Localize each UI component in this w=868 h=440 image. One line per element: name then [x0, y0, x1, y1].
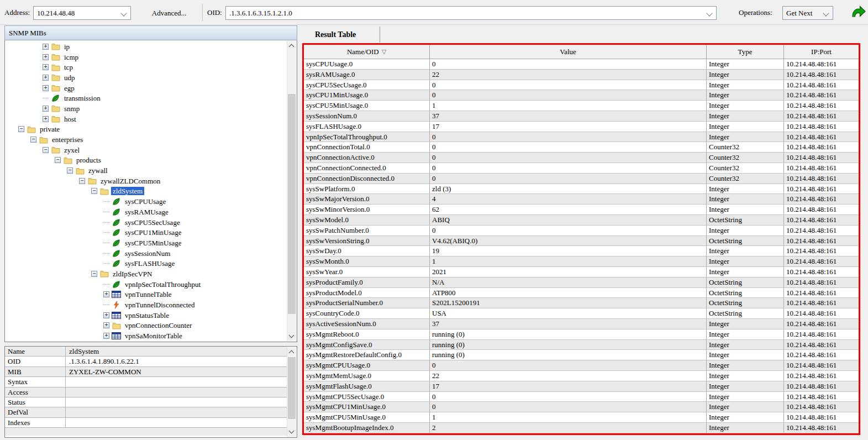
- property-row[interactable]: Indexes: [5, 418, 287, 428]
- tree-item-zldIpSecVPN[interactable]: −zldIpSecVPN: [5, 269, 287, 279]
- tree-item-sysFLASHUsage[interactable]: sysFLASHUsage: [5, 258, 287, 269]
- go-button[interactable]: [851, 5, 866, 19]
- tree-item-transmission[interactable]: transmission: [5, 93, 287, 103]
- oid-combobox[interactable]: .1.3.6.1.6.3.15.1.2.1.0: [225, 6, 717, 20]
- result-row[interactable]: sysMgmtCPU5SecUsage.00Integer10.214.48.4…: [304, 392, 859, 402]
- collapse-icon[interactable]: −: [91, 271, 97, 277]
- property-row[interactable]: NamezldSystem: [5, 347, 287, 357]
- operations-combobox[interactable]: Get Next: [782, 6, 833, 20]
- collapse-icon[interactable]: −: [79, 178, 85, 184]
- result-row[interactable]: sysMgmtConfigSave.0running (0)Integer10.…: [304, 340, 859, 350]
- result-row[interactable]: sysSwPlatform.0zld (3)Integer10.214.48.4…: [304, 184, 859, 195]
- scrollbar-thumb[interactable]: [288, 94, 296, 314]
- chevron-down-icon[interactable]: [823, 10, 829, 16]
- result-row[interactable]: sysRAMUsage.022Integer10.214.48.48:161: [304, 70, 859, 80]
- tree-item-zldSystem[interactable]: −zldSystem: [5, 186, 287, 197]
- property-row[interactable]: Status: [5, 397, 287, 407]
- result-row[interactable]: sysSwPatchNumber.00Integer10.214.48.48:1…: [304, 226, 859, 236]
- result-row[interactable]: vpnConnectionDisconnected.00Counter3210.…: [304, 174, 859, 184]
- tree-item-sysCPU5SecUsage[interactable]: sysCPU5SecUsage: [5, 217, 287, 228]
- result-row[interactable]: sysMgmtCPUUsage.00Integer10.214.48.48:16…: [304, 360, 859, 371]
- tree-item-vpnConnectionCounter[interactable]: +vpnConnectionCounter: [5, 321, 287, 331]
- tree-item-vpnTunnelDisconnected[interactable]: vpnTunnelDisconnected: [5, 300, 287, 310]
- tree-item-products[interactable]: −products: [5, 155, 287, 166]
- tree-item-egp[interactable]: +egp: [5, 83, 287, 93]
- tree-scrollbar[interactable]: [287, 41, 296, 341]
- result-row[interactable]: sysMgmtCPU5MinUsage.01Integer10.214.48.4…: [304, 412, 859, 423]
- property-row[interactable]: Syntax: [5, 377, 287, 387]
- tree-item-sysCPU1MinUsage[interactable]: sysCPU1MinUsage: [5, 227, 287, 238]
- result-row[interactable]: sysProductSerialNumber.0S202L15200191Oct…: [304, 298, 859, 308]
- expand-icon[interactable]: +: [103, 291, 109, 297]
- collapse-icon[interactable]: −: [30, 137, 36, 143]
- tree-item-ip[interactable]: +ip: [5, 41, 287, 52]
- result-row[interactable]: sysProductModel.0ATP800OctetString10.214…: [304, 288, 859, 298]
- result-row[interactable]: sysSwDay.019Integer10.214.48.48:161: [304, 246, 859, 256]
- tree-item-sysRAMUsage[interactable]: sysRAMUsage: [5, 207, 287, 217]
- result-row[interactable]: sysFLASHUsage.017Integer10.214.48.48:161: [304, 122, 859, 132]
- scroll-down-icon[interactable]: [287, 332, 296, 341]
- result-row[interactable]: vpnIpSecTotalThroughput.00Integer10.214.…: [304, 132, 859, 143]
- expand-icon[interactable]: +: [43, 106, 49, 112]
- tree-item-vpnSaMonitorTable[interactable]: +vpnSaMonitorTable: [5, 331, 287, 341]
- result-row[interactable]: sysMgmtCPU1MinUsage.00Integer10.214.48.4…: [304, 402, 859, 412]
- result-row[interactable]: sysCPU5MinUsage.01Integer10.214.48.48:16…: [304, 101, 859, 111]
- expand-icon[interactable]: +: [43, 85, 49, 91]
- tree-item-zywall[interactable]: −zywall: [5, 165, 287, 176]
- property-row[interactable]: MIBZYXEL-ZW-COMMON: [5, 367, 287, 377]
- scroll-down-icon[interactable]: [287, 427, 296, 437]
- result-row[interactable]: vpnConnectionActive.00Counter3210.214.48…: [304, 153, 859, 163]
- tree-item-enterprises[interactable]: −enterprises: [5, 134, 287, 145]
- scrollbar-thumb[interactable]: [288, 357, 296, 419]
- result-row[interactable]: sysCPUUsage.00Integer10.214.48.48:161: [304, 59, 859, 70]
- result-row[interactable]: vpnConnectionConnected.00Counter3210.214…: [304, 163, 859, 174]
- column-header-name-oid[interactable]: Name/OID▽: [304, 45, 430, 59]
- tree-item-vpnTunnelTable[interactable]: +vpnTunnelTable: [5, 290, 287, 300]
- column-header-type[interactable]: Type: [707, 45, 784, 59]
- properties-scrollbar[interactable]: [287, 347, 296, 437]
- expand-icon[interactable]: +: [103, 333, 109, 339]
- collapse-icon[interactable]: −: [43, 147, 49, 153]
- tree-item-sysCPU5MinUsage[interactable]: sysCPU5MinUsage: [5, 238, 287, 248]
- property-row[interactable]: OID.1.3.6.1.4.1.890.1.6.22.1: [5, 357, 287, 366]
- tree-item-sysSessionNum[interactable]: sysSessionNum: [5, 248, 287, 259]
- result-row[interactable]: sysSwMonth.01Integer10.214.48.48:161: [304, 256, 859, 267]
- tab-result-table[interactable]: Result Table: [307, 27, 380, 43]
- result-row[interactable]: sysCountryCode.0USAOctetString10.214.48.…: [304, 308, 859, 319]
- collapse-icon[interactable]: −: [55, 157, 61, 163]
- expand-icon[interactable]: +: [103, 312, 109, 318]
- tree-item-snmp[interactable]: +snmp: [5, 103, 287, 114]
- result-row[interactable]: sysMgmtRestoreDefaultConfig.0running (0)…: [304, 350, 859, 360]
- result-row[interactable]: sysCPU5SecUsage.00Integer10.214.48.48:16…: [304, 80, 859, 91]
- expand-icon[interactable]: +: [43, 54, 49, 60]
- result-row[interactable]: vpnConnectionTotal.00Counter3210.214.48.…: [304, 142, 859, 153]
- tree-item-vpnStatusTable[interactable]: +vpnStatusTable: [5, 310, 287, 321]
- tree-item-sysCPUUsage[interactable]: sysCPUUsage: [5, 196, 287, 207]
- result-row[interactable]: sysCPU1MinUsage.00Integer10.214.48.48:16…: [304, 90, 859, 101]
- tree-item-udp[interactable]: +udp: [5, 72, 287, 83]
- result-row[interactable]: sysSwMajorVersion.04Integer10.214.48.48:…: [304, 194, 859, 205]
- expand-icon[interactable]: +: [43, 44, 49, 50]
- chevron-down-icon[interactable]: [120, 10, 127, 16]
- expand-icon[interactable]: +: [43, 75, 49, 81]
- tree-item-private[interactable]: −private: [5, 124, 287, 135]
- result-row[interactable]: sysMgmtBootupImageIndex.02Integer10.214.…: [304, 423, 859, 433]
- result-row[interactable]: sysActiveSessionNum.037Integer10.214.48.…: [304, 319, 859, 329]
- address-combobox[interactable]: 10.214.48.48: [33, 6, 131, 20]
- collapse-icon[interactable]: −: [67, 167, 73, 174]
- result-row[interactable]: sysSwMinorVersion.062Integer10.214.48.48…: [304, 205, 859, 215]
- result-row[interactable]: sysSwModel.0ABIQOctetString10.214.48.48:…: [304, 215, 859, 226]
- property-row[interactable]: Access: [5, 387, 287, 397]
- expand-icon[interactable]: +: [103, 322, 109, 328]
- result-row[interactable]: sysSwVersionString.0V4.62(ABIQ.0)OctetSt…: [304, 236, 859, 247]
- tree-item-zywallZLDCommon[interactable]: −zywallZLDCommon: [5, 176, 287, 186]
- result-row[interactable]: sysMgmtReboot.0running (0)Integer10.214.…: [304, 329, 859, 340]
- tree-item-zyxel[interactable]: −zyxel: [5, 145, 287, 155]
- expand-icon[interactable]: +: [43, 116, 49, 122]
- column-header-value[interactable]: Value: [430, 45, 707, 59]
- expand-icon[interactable]: +: [43, 64, 49, 70]
- advanced-button[interactable]: Advanced...: [145, 6, 193, 20]
- result-row[interactable]: sysSessionNum.037Integer10.214.48.48:161: [304, 111, 859, 122]
- chevron-down-icon[interactable]: [706, 10, 712, 16]
- collapse-icon[interactable]: −: [91, 188, 97, 194]
